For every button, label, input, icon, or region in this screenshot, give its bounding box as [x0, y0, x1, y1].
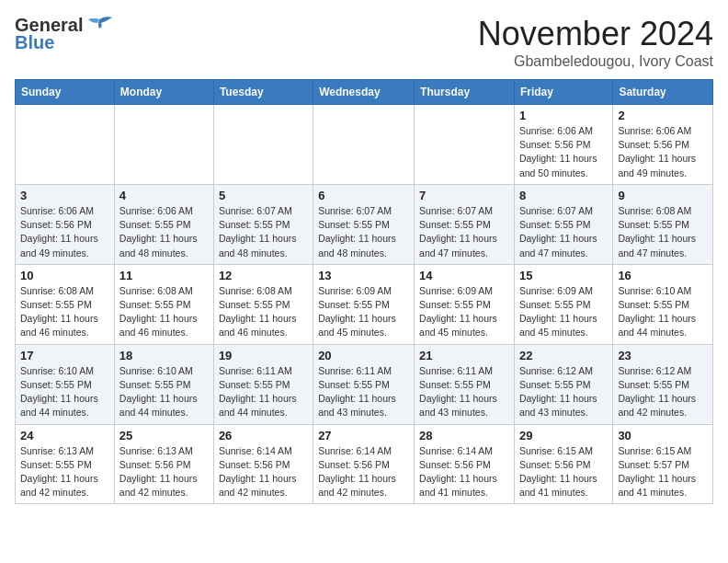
day-info: Sunrise: 6:07 AM Sunset: 5:55 PM Dayligh…	[318, 204, 409, 260]
day-number: 17	[20, 349, 109, 362]
calendar-cell	[213, 105, 313, 185]
calendar-cell: 19Sunrise: 6:11 AM Sunset: 5:55 PM Dayli…	[213, 344, 313, 424]
day-info: Sunrise: 6:10 AM Sunset: 5:55 PM Dayligh…	[618, 284, 708, 340]
calendar-week-row: 24Sunrise: 6:13 AM Sunset: 5:55 PM Dayli…	[16, 424, 713, 504]
day-number: 14	[419, 269, 509, 282]
day-number: 15	[519, 269, 608, 282]
calendar-cell: 18Sunrise: 6:10 AM Sunset: 5:55 PM Dayli…	[114, 344, 213, 424]
day-info: Sunrise: 6:07 AM Sunset: 5:55 PM Dayligh…	[419, 204, 509, 260]
calendar-cell: 27Sunrise: 6:14 AM Sunset: 5:56 PM Dayli…	[313, 424, 415, 504]
day-number: 22	[519, 349, 608, 362]
calendar-cell: 9Sunrise: 6:08 AM Sunset: 5:55 PM Daylig…	[613, 184, 713, 264]
calendar-cell: 23Sunrise: 6:12 AM Sunset: 5:55 PM Dayli…	[613, 344, 713, 424]
day-number: 5	[219, 189, 308, 202]
day-info: Sunrise: 6:08 AM Sunset: 5:55 PM Dayligh…	[219, 284, 308, 340]
logo-bird-icon	[85, 16, 114, 36]
day-info: Sunrise: 6:06 AM Sunset: 5:55 PM Dayligh…	[119, 204, 209, 260]
day-info: Sunrise: 6:15 AM Sunset: 5:57 PM Dayligh…	[618, 444, 708, 500]
day-info: Sunrise: 6:07 AM Sunset: 5:55 PM Dayligh…	[519, 204, 608, 260]
day-info: Sunrise: 6:13 AM Sunset: 5:56 PM Dayligh…	[119, 444, 209, 500]
calendar-cell: 5Sunrise: 6:07 AM Sunset: 5:55 PM Daylig…	[213, 184, 313, 264]
calendar-cell: 6Sunrise: 6:07 AM Sunset: 5:55 PM Daylig…	[313, 184, 415, 264]
calendar-cell: 8Sunrise: 6:07 AM Sunset: 5:55 PM Daylig…	[514, 184, 612, 264]
day-number: 27	[318, 429, 409, 442]
calendar-cell: 28Sunrise: 6:14 AM Sunset: 5:56 PM Dayli…	[415, 424, 515, 504]
day-number: 19	[219, 349, 308, 362]
day-info: Sunrise: 6:08 AM Sunset: 5:55 PM Dayligh…	[119, 284, 209, 340]
calendar-cell: 24Sunrise: 6:13 AM Sunset: 5:55 PM Dayli…	[16, 424, 115, 504]
calendar-cell: 20Sunrise: 6:11 AM Sunset: 5:55 PM Dayli…	[313, 344, 415, 424]
day-number: 12	[219, 269, 308, 282]
day-number: 1	[519, 109, 608, 122]
calendar-cell: 13Sunrise: 6:09 AM Sunset: 5:55 PM Dayli…	[313, 264, 415, 344]
day-number: 29	[519, 429, 608, 442]
day-info: Sunrise: 6:09 AM Sunset: 5:55 PM Dayligh…	[318, 284, 409, 340]
weekday-header-sunday: Sunday	[16, 80, 115, 105]
calendar-cell: 25Sunrise: 6:13 AM Sunset: 5:56 PM Dayli…	[114, 424, 213, 504]
calendar-cell: 29Sunrise: 6:15 AM Sunset: 5:56 PM Dayli…	[514, 424, 612, 504]
calendar-cell: 4Sunrise: 6:06 AM Sunset: 5:55 PM Daylig…	[114, 184, 213, 264]
day-info: Sunrise: 6:14 AM Sunset: 5:56 PM Dayligh…	[419, 444, 509, 500]
calendar-cell: 11Sunrise: 6:08 AM Sunset: 5:55 PM Dayli…	[114, 264, 213, 344]
day-info: Sunrise: 6:11 AM Sunset: 5:55 PM Dayligh…	[318, 364, 409, 420]
logo: General Blue	[15, 15, 114, 53]
day-info: Sunrise: 6:11 AM Sunset: 5:55 PM Dayligh…	[219, 364, 308, 420]
day-number: 2	[618, 109, 708, 122]
day-info: Sunrise: 6:08 AM Sunset: 5:55 PM Dayligh…	[618, 204, 708, 260]
calendar-cell: 17Sunrise: 6:10 AM Sunset: 5:55 PM Dayli…	[16, 344, 115, 424]
weekday-header-thursday: Thursday	[415, 80, 515, 105]
day-info: Sunrise: 6:09 AM Sunset: 5:55 PM Dayligh…	[419, 284, 509, 340]
logo-general: General	[15, 15, 83, 35]
day-number: 23	[618, 349, 708, 362]
weekday-header-saturday: Saturday	[613, 80, 713, 105]
calendar-cell: 15Sunrise: 6:09 AM Sunset: 5:55 PM Dayli…	[514, 264, 612, 344]
weekday-header-tuesday: Tuesday	[213, 80, 313, 105]
day-number: 18	[119, 349, 209, 362]
weekday-header-friday: Friday	[514, 80, 612, 105]
day-number: 20	[318, 349, 409, 362]
calendar-cell: 12Sunrise: 6:08 AM Sunset: 5:55 PM Dayli…	[213, 264, 313, 344]
day-info: Sunrise: 6:06 AM Sunset: 5:56 PM Dayligh…	[519, 124, 608, 180]
day-number: 8	[519, 189, 608, 202]
day-info: Sunrise: 6:06 AM Sunset: 5:56 PM Dayligh…	[20, 204, 109, 260]
day-info: Sunrise: 6:08 AM Sunset: 5:55 PM Dayligh…	[20, 284, 109, 340]
page-header: General Blue November 2024 Gbambeledougo…	[15, 15, 713, 70]
day-info: Sunrise: 6:09 AM Sunset: 5:55 PM Dayligh…	[519, 284, 608, 340]
calendar-cell	[415, 105, 515, 185]
calendar-cell: 14Sunrise: 6:09 AM Sunset: 5:55 PM Dayli…	[415, 264, 515, 344]
day-number: 28	[419, 429, 509, 442]
calendar-header-row: SundayMondayTuesdayWednesdayThursdayFrid…	[16, 80, 713, 105]
calendar-cell: 21Sunrise: 6:11 AM Sunset: 5:55 PM Dayli…	[415, 344, 515, 424]
calendar-cell: 3Sunrise: 6:06 AM Sunset: 5:56 PM Daylig…	[16, 184, 115, 264]
day-info: Sunrise: 6:11 AM Sunset: 5:55 PM Dayligh…	[419, 364, 509, 420]
day-number: 30	[618, 429, 708, 442]
day-number: 3	[20, 189, 109, 202]
day-info: Sunrise: 6:14 AM Sunset: 5:56 PM Dayligh…	[318, 444, 409, 500]
day-number: 7	[419, 189, 509, 202]
location-title: Gbambeledougou, Ivory Coast	[478, 53, 713, 70]
calendar-cell: 22Sunrise: 6:12 AM Sunset: 5:55 PM Dayli…	[514, 344, 612, 424]
day-info: Sunrise: 6:10 AM Sunset: 5:55 PM Dayligh…	[119, 364, 209, 420]
day-info: Sunrise: 6:13 AM Sunset: 5:55 PM Dayligh…	[20, 444, 109, 500]
day-info: Sunrise: 6:15 AM Sunset: 5:56 PM Dayligh…	[519, 444, 608, 500]
day-info: Sunrise: 6:10 AM Sunset: 5:55 PM Dayligh…	[20, 364, 109, 420]
calendar-week-row: 17Sunrise: 6:10 AM Sunset: 5:55 PM Dayli…	[16, 344, 713, 424]
calendar-week-row: 1Sunrise: 6:06 AM Sunset: 5:56 PM Daylig…	[16, 105, 713, 185]
day-number: 24	[20, 429, 109, 442]
calendar-cell	[16, 105, 115, 185]
day-info: Sunrise: 6:14 AM Sunset: 5:56 PM Dayligh…	[219, 444, 308, 500]
day-number: 11	[119, 269, 209, 282]
day-number: 21	[419, 349, 509, 362]
calendar-cell	[114, 105, 213, 185]
day-info: Sunrise: 6:12 AM Sunset: 5:55 PM Dayligh…	[519, 364, 608, 420]
calendar-cell: 16Sunrise: 6:10 AM Sunset: 5:55 PM Dayli…	[613, 264, 713, 344]
day-number: 4	[119, 189, 209, 202]
calendar-week-row: 3Sunrise: 6:06 AM Sunset: 5:56 PM Daylig…	[16, 184, 713, 264]
day-info: Sunrise: 6:07 AM Sunset: 5:55 PM Dayligh…	[219, 204, 308, 260]
day-number: 9	[618, 189, 708, 202]
calendar-table: SundayMondayTuesdayWednesdayThursdayFrid…	[15, 79, 713, 504]
calendar-cell: 7Sunrise: 6:07 AM Sunset: 5:55 PM Daylig…	[415, 184, 515, 264]
day-number: 13	[318, 269, 409, 282]
calendar-cell: 2Sunrise: 6:06 AM Sunset: 5:56 PM Daylig…	[613, 105, 713, 185]
day-number: 10	[20, 269, 109, 282]
